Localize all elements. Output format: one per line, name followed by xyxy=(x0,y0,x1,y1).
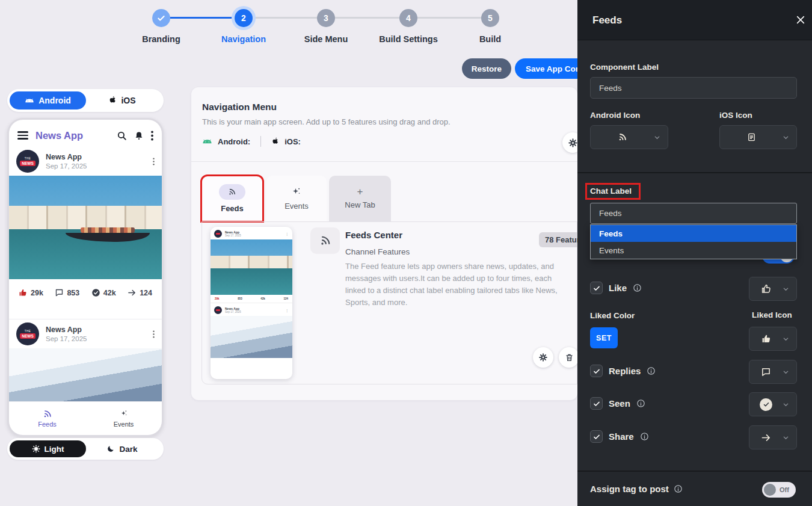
phone-nav-events-label: Events xyxy=(114,421,134,428)
android-icon-heading: Android Icon xyxy=(590,111,640,120)
step-build-settings[interactable]: 4 Build Settings xyxy=(369,0,448,44)
post-date: Sep 17, 2025 xyxy=(46,162,153,170)
app-builder-screen: Branding 2 Navigation 3 Side Menu 4 Buil… xyxy=(0,0,812,506)
ios-toggle-button[interactable]: iOS xyxy=(86,91,158,110)
like-checkbox[interactable] xyxy=(590,282,603,294)
light-theme-button[interactable]: Light xyxy=(10,440,86,457)
chevron-down-icon xyxy=(783,434,789,441)
post-date: Sep 17, 2025 xyxy=(46,335,153,342)
replies-row: Replies xyxy=(590,365,656,377)
feature-settings-button[interactable] xyxy=(533,347,553,368)
dark-theme-button[interactable]: Dark xyxy=(86,440,158,457)
share-icon-dropdown[interactable] xyxy=(749,425,797,449)
phone-nav-feeds[interactable]: Feeds xyxy=(9,402,85,435)
moon-icon xyxy=(106,445,115,453)
like-count-value: 29k xyxy=(215,297,220,300)
replies-checkbox[interactable] xyxy=(590,365,603,377)
seen-checkbox[interactable] xyxy=(590,397,603,410)
share-row: Share xyxy=(590,430,649,443)
android-toggle-label: Android xyxy=(38,96,71,105)
android-platform-label: Android: xyxy=(218,137,250,146)
info-icon[interactable] xyxy=(636,399,645,408)
step-label: Side Menu xyxy=(287,34,365,44)
channel-avatar: THE NEWS xyxy=(16,150,39,173)
like-label: Like xyxy=(609,283,627,293)
assign-tag-toggle[interactable]: Off xyxy=(762,482,796,498)
share-count-value: 124 xyxy=(283,297,288,300)
info-icon[interactable] xyxy=(674,484,683,493)
navigation-menu-subtitle: This is your main app screen. Add up to … xyxy=(202,117,451,126)
android-icon xyxy=(202,138,212,146)
post-date: Sep 17, 2025 xyxy=(225,234,241,237)
step-label: Navigation xyxy=(205,34,283,44)
tab-new-tab[interactable]: + New Tab xyxy=(329,176,391,221)
close-icon[interactable] xyxy=(796,15,805,25)
channel-avatar xyxy=(214,230,222,238)
like-row: Like xyxy=(590,282,642,294)
phone-app-bar: News App xyxy=(9,125,162,146)
set-color-button[interactable]: SET xyxy=(590,327,618,348)
info-icon[interactable] xyxy=(633,283,642,292)
chevron-down-icon xyxy=(783,336,789,342)
step-build[interactable]: 5 Build xyxy=(451,0,529,44)
search-icon[interactable] xyxy=(117,131,127,141)
share-count-value: 124 xyxy=(140,289,152,297)
tab-feeds[interactable]: Feeds xyxy=(201,176,263,221)
replies-count[interactable]: 853 xyxy=(55,288,79,297)
step-label: Branding xyxy=(122,34,200,44)
post-author: News App xyxy=(46,153,153,161)
restore-button[interactable]: Restore xyxy=(462,58,511,79)
kebab-menu-icon[interactable] xyxy=(153,158,155,165)
feature-preview-thumbnail[interactable]: News App Sep 17, 2025 ⋮ 29k 853 42k 124 … xyxy=(211,227,292,379)
seen-icon-dropdown[interactable] xyxy=(749,392,797,416)
feature-delete-button[interactable] xyxy=(559,347,579,368)
step-number: 2 xyxy=(235,9,253,27)
tab-label: Feeds xyxy=(221,204,244,213)
post-date: Sep 17, 2025 xyxy=(225,310,241,313)
ios-icon-dropdown[interactable] xyxy=(719,125,797,149)
component-label-input[interactable]: Feeds xyxy=(590,77,797,99)
step-label: Build Settings xyxy=(369,34,448,44)
like-count[interactable]: 29k xyxy=(19,288,43,297)
post-image-venice xyxy=(211,239,292,295)
replies-icon-dropdown[interactable] xyxy=(749,360,797,384)
phone-nav-events[interactable]: Events xyxy=(85,402,162,435)
kebab-menu-icon[interactable] xyxy=(153,330,155,338)
seen-row: Seen xyxy=(590,397,645,410)
ios-icon-heading: iOS Icon xyxy=(719,111,752,120)
dark-theme-label: Dark xyxy=(119,445,137,454)
avatar-text: THE xyxy=(25,330,31,333)
avatar-text: THE xyxy=(25,157,31,160)
bell-icon[interactable] xyxy=(134,131,144,141)
save-app-config-button[interactable]: Save App Con xyxy=(515,58,587,79)
apple-icon xyxy=(108,96,117,105)
step-done-check-icon xyxy=(152,9,170,27)
feeds-settings-panel: Feeds Component Label Feeds Android Icon… xyxy=(577,0,812,506)
thumbs-up-filled-icon xyxy=(749,333,783,344)
android-icon-dropdown[interactable] xyxy=(590,125,668,149)
share-checkbox[interactable] xyxy=(590,430,603,443)
option-feeds[interactable]: Feeds xyxy=(591,225,796,242)
info-icon[interactable] xyxy=(640,432,649,441)
step-branding[interactable]: Branding xyxy=(122,0,200,44)
chat-label-select[interactable]: Feeds xyxy=(590,203,797,224)
post-image-mountains xyxy=(9,348,162,401)
step-navigation[interactable]: 2 Navigation xyxy=(205,0,283,44)
seen-count[interactable]: 42k xyxy=(91,288,116,297)
like-icon-dropdown[interactable] xyxy=(749,277,797,301)
feature-description: The Feed feature lets app owners share n… xyxy=(345,261,558,309)
step-side-menu[interactable]: 3 Side Menu xyxy=(287,0,365,44)
liked-icon-dropdown[interactable] xyxy=(749,327,797,351)
info-icon[interactable] xyxy=(647,366,656,375)
step-number: 3 xyxy=(317,9,335,27)
android-toggle-button[interactable]: Android xyxy=(10,91,86,110)
share-count[interactable]: 124 xyxy=(128,288,152,297)
tab-events[interactable]: Events xyxy=(266,176,327,221)
hamburger-menu-icon[interactable] xyxy=(17,131,28,140)
kebab-menu-icon[interactable] xyxy=(151,131,153,141)
phone-app-title: News App xyxy=(35,130,117,141)
arrow-right-icon xyxy=(749,433,783,443)
option-events[interactable]: Events xyxy=(591,242,796,259)
phone-nav-feeds-label: Feeds xyxy=(38,421,57,428)
sparkles-icon xyxy=(291,187,302,197)
